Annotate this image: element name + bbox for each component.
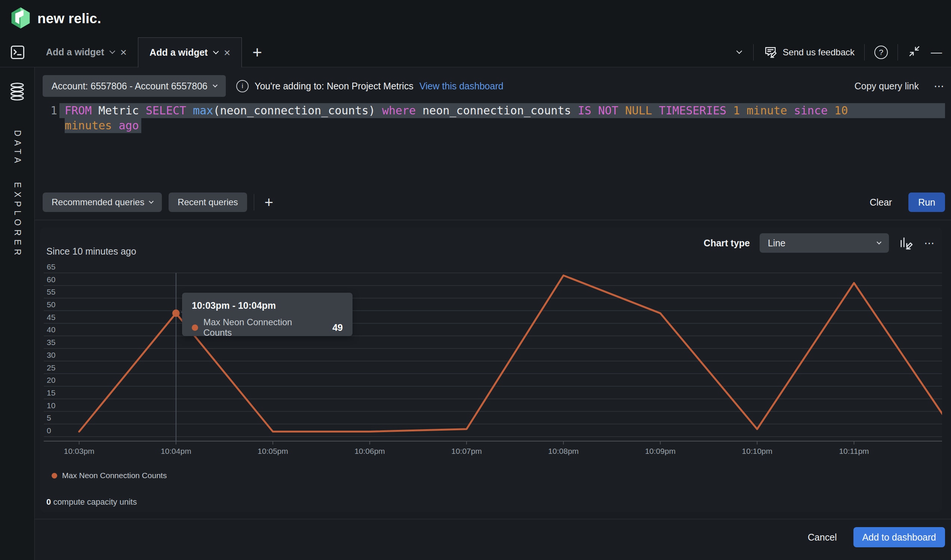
query-token: Metric	[98, 104, 145, 117]
chart-more-icon[interactable]: ⋯	[924, 237, 935, 249]
query-line-1[interactable]: FROM Metric SELECT max(neon_connection_c…	[60, 103, 945, 118]
chart-type-value: Line	[768, 238, 785, 249]
svg-text:60: 60	[47, 275, 55, 284]
database-icon[interactable]	[9, 82, 26, 103]
info-icon: i	[236, 80, 249, 92]
legend-label: Max Neon Connection Counts	[62, 471, 167, 480]
svg-text:10: 10	[47, 401, 55, 410]
adding-to-text: You're adding to: Neon Project Metrics	[255, 81, 414, 92]
chart-canvas: 6560555045403530252015105010:03pm10:04pm…	[44, 262, 942, 463]
svg-text:10:03pm: 10:03pm	[64, 447, 95, 455]
divider	[35, 519, 951, 519]
brand-name: new relic.	[37, 11, 101, 26]
chart-legend-item[interactable]: Max Neon Connection Counts	[52, 471, 167, 480]
tab-add-widget-2[interactable]: Add a widget ×	[138, 37, 242, 67]
footer-actions: Cancel Add to dashboard	[808, 527, 945, 547]
send-feedback-label: Send us feedback	[783, 47, 854, 58]
divider	[864, 44, 865, 60]
chart-footnote: 0 compute capacity units	[46, 497, 137, 507]
send-feedback-button[interactable]: Send us feedback	[763, 45, 854, 60]
query-more-icon[interactable]: ⋯	[934, 80, 945, 92]
chart-title: Since 10 minutes ago	[46, 246, 136, 257]
svg-text:10:06pm: 10:06pm	[354, 447, 385, 455]
divider	[897, 44, 898, 60]
svg-text:10:10pm: 10:10pm	[742, 447, 773, 455]
svg-text:50: 50	[47, 300, 55, 309]
account-selector-label: Account: 6557806 - Account 6557806	[52, 81, 208, 92]
app-root: new relic. Add a widget × Add a widget ×…	[0, 0, 951, 560]
svg-text:35: 35	[47, 338, 55, 346]
chevron-down-icon	[149, 199, 154, 204]
query-token: NULL	[625, 104, 659, 117]
account-row: Account: 6557806 - Account 6557806 i You…	[43, 75, 945, 97]
query-token: neon_connection_counts	[422, 104, 577, 117]
cancel-button[interactable]: Cancel	[808, 532, 837, 543]
svg-text:10:11pm: 10:11pm	[839, 447, 869, 455]
query-actions-row: Recommended queries Recent queries + Cle…	[43, 192, 945, 212]
footnote-value: 0	[46, 497, 51, 506]
run-button[interactable]: Run	[908, 192, 945, 212]
query-token: 1 minute	[733, 104, 794, 117]
chevron-down-icon[interactable]	[736, 48, 742, 54]
svg-text:30: 30	[47, 351, 55, 359]
close-icon[interactable]: ×	[120, 47, 127, 58]
collapse-icon[interactable]	[908, 45, 921, 60]
query-token: FROM	[65, 104, 98, 117]
clear-button[interactable]: Clear	[869, 197, 892, 208]
add-to-dashboard-button[interactable]: Add to dashboard	[853, 527, 945, 547]
close-icon[interactable]: ×	[224, 47, 231, 58]
tab-strip-right-controls: Send us feedback ? —	[737, 37, 951, 67]
help-icon[interactable]: ?	[874, 46, 888, 59]
query-token: since	[794, 104, 834, 117]
edit-chart-icon[interactable]	[899, 235, 914, 251]
svg-text:15: 15	[47, 388, 55, 397]
legend-dot	[52, 473, 57, 478]
chevron-down-icon	[213, 83, 218, 88]
recent-queries-label: Recent queries	[178, 197, 238, 208]
query-token: where	[382, 104, 422, 117]
line-number: 1	[35, 103, 57, 118]
minimize-icon[interactable]: —	[931, 46, 941, 59]
main-area: Account: 6557806 - Account 6557806 i You…	[35, 67, 951, 560]
data-explorer-sidebar: DATA EXPLORER	[0, 67, 35, 560]
newrelic-logo-icon	[10, 7, 31, 31]
svg-text:25: 25	[47, 363, 55, 372]
query-token: minutes	[65, 119, 119, 132]
line-chart[interactable]: 6560555045403530252015105010:03pm10:04pm…	[44, 262, 942, 463]
chevron-down-icon[interactable]	[213, 49, 219, 55]
tab-label: Add a widget	[149, 47, 208, 58]
adding-to-note: i You're adding to: Neon Project Metrics…	[236, 80, 503, 92]
svg-text:45: 45	[47, 313, 55, 322]
chevron-down-icon[interactable]	[109, 48, 115, 54]
svg-text:40: 40	[47, 325, 55, 334]
account-selector[interactable]: Account: 6557806 - Account 6557806	[43, 75, 226, 97]
svg-text:5: 5	[47, 414, 51, 422]
brand: new relic.	[10, 7, 101, 31]
divider	[254, 194, 254, 211]
chart-type-select[interactable]: Line	[760, 233, 889, 253]
body-row: DATA EXPLORER Account: 6557806 - Account…	[0, 67, 951, 560]
query-token: TIMESERIES	[659, 104, 733, 117]
recommended-queries-button[interactable]: Recommended queries	[43, 192, 162, 212]
new-tab-button[interactable]: +	[242, 37, 272, 67]
svg-text:20: 20	[47, 376, 55, 384]
query-console-icon[interactable]	[0, 37, 35, 67]
view-dashboard-link[interactable]: View this dashboard	[419, 81, 503, 92]
tab-add-widget-1[interactable]: Add a widget ×	[35, 37, 138, 67]
app-header: new relic.	[0, 0, 951, 37]
query-line-2[interactable]: minutes ago	[60, 118, 945, 133]
recent-queries-button[interactable]: Recent queries	[169, 192, 247, 212]
svg-text:10:09pm: 10:09pm	[645, 447, 676, 455]
query-token: ago	[119, 119, 139, 132]
tooltip-series-value: 49	[332, 322, 343, 333]
svg-text:55: 55	[47, 288, 55, 296]
svg-text:10:05pm: 10:05pm	[257, 447, 288, 455]
nrql-editor[interactable]: 1 FROM Metric SELECT max(neon_connection…	[35, 103, 945, 133]
query-token: SELECT	[146, 104, 193, 117]
svg-text:0: 0	[47, 426, 51, 435]
svg-text:10:04pm: 10:04pm	[161, 447, 191, 455]
add-query-button[interactable]: +	[261, 194, 277, 211]
footnote-label: compute capacity units	[53, 497, 137, 506]
tab-strip: Add a widget × Add a widget × + Send us …	[0, 37, 951, 67]
copy-query-link-button[interactable]: Copy query link	[854, 81, 919, 92]
